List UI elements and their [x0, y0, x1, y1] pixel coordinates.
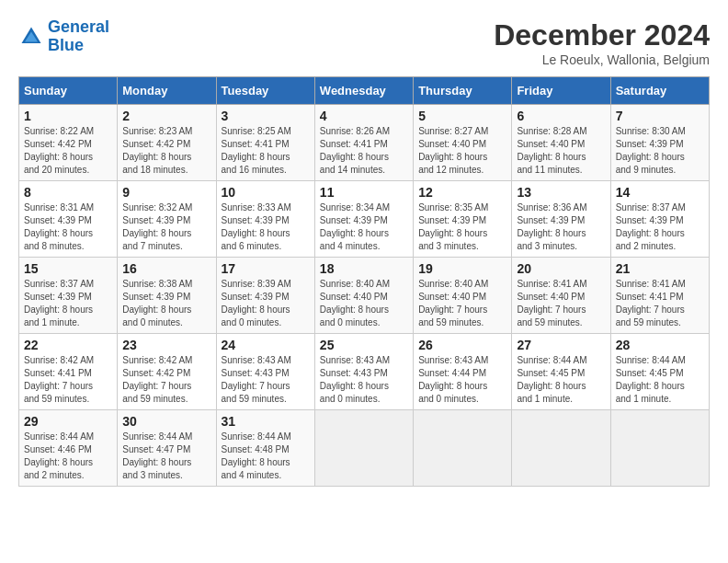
day-detail: Sunrise: 8:40 AM Sunset: 4:40 PM Dayligh… — [418, 278, 506, 329]
day-detail: Sunrise: 8:27 AM Sunset: 4:40 PM Dayligh… — [418, 125, 506, 177]
day-number: 23 — [122, 338, 210, 352]
day-detail: Sunrise: 8:30 AM Sunset: 4:39 PM Dayligh… — [616, 125, 704, 177]
day-detail: Sunrise: 8:25 AM Sunset: 4:41 PM Dayligh… — [222, 125, 310, 177]
location-subtitle: Le Roeulx, Wallonia, Belgium — [494, 52, 710, 67]
week-row-3: 15Sunrise: 8:37 AM Sunset: 4:39 PM Dayli… — [19, 258, 710, 334]
day-detail: Sunrise: 8:42 AM Sunset: 4:42 PM Dayligh… — [122, 354, 210, 406]
day-cell: 12Sunrise: 8:35 AM Sunset: 4:39 PM Dayli… — [414, 181, 512, 258]
day-cell: 14Sunrise: 8:37 AM Sunset: 4:39 PM Dayli… — [610, 181, 709, 258]
day-detail: Sunrise: 8:31 AM Sunset: 4:39 PM Dayligh… — [24, 201, 112, 253]
day-cell — [512, 410, 610, 487]
day-number: 11 — [320, 185, 408, 200]
day-cell: 13Sunrise: 8:36 AM Sunset: 4:39 PM Dayli… — [512, 181, 610, 258]
logo-line2: Blue — [48, 36, 84, 54]
day-number: 12 — [418, 185, 506, 200]
day-detail: Sunrise: 8:41 AM Sunset: 4:40 PM Dayligh… — [517, 278, 605, 329]
day-number: 13 — [517, 185, 605, 200]
day-detail: Sunrise: 8:22 AM Sunset: 4:42 PM Dayligh… — [24, 125, 112, 177]
week-row-1: 1Sunrise: 8:22 AM Sunset: 4:42 PM Daylig… — [19, 105, 710, 181]
day-number: 24 — [222, 338, 310, 352]
day-cell: 21Sunrise: 8:41 AM Sunset: 4:41 PM Dayli… — [610, 258, 709, 334]
day-number: 14 — [616, 185, 704, 200]
logo-line1: General — [48, 17, 109, 36]
col-header-friday: Friday — [512, 77, 610, 105]
day-cell: 2Sunrise: 8:23 AM Sunset: 4:42 PM Daylig… — [118, 105, 216, 181]
day-number: 9 — [122, 185, 210, 200]
day-cell: 27Sunrise: 8:44 AM Sunset: 4:45 PM Dayli… — [512, 334, 610, 410]
day-detail: Sunrise: 8:37 AM Sunset: 4:39 PM Dayligh… — [616, 201, 704, 253]
day-number: 5 — [418, 109, 506, 123]
day-detail: Sunrise: 8:44 AM Sunset: 4:47 PM Dayligh… — [122, 431, 210, 482]
day-cell: 26Sunrise: 8:43 AM Sunset: 4:44 PM Dayli… — [414, 334, 512, 410]
day-detail: Sunrise: 8:43 AM Sunset: 4:43 PM Dayligh… — [320, 354, 408, 406]
day-detail: Sunrise: 8:43 AM Sunset: 4:43 PM Dayligh… — [222, 354, 310, 406]
day-cell: 6Sunrise: 8:28 AM Sunset: 4:40 PM Daylig… — [512, 105, 610, 181]
day-cell: 11Sunrise: 8:34 AM Sunset: 4:39 PM Dayli… — [314, 181, 413, 258]
day-number: 19 — [418, 261, 506, 276]
day-cell: 15Sunrise: 8:37 AM Sunset: 4:39 PM Dayli… — [19, 258, 118, 334]
week-row-4: 22Sunrise: 8:42 AM Sunset: 4:41 PM Dayli… — [19, 334, 710, 410]
day-cell: 5Sunrise: 8:27 AM Sunset: 4:40 PM Daylig… — [414, 105, 512, 181]
day-detail: Sunrise: 8:34 AM Sunset: 4:39 PM Dayligh… — [320, 201, 408, 253]
day-number: 18 — [320, 261, 408, 276]
day-number: 31 — [222, 414, 310, 429]
day-cell: 23Sunrise: 8:42 AM Sunset: 4:42 PM Dayli… — [118, 334, 216, 410]
day-detail: Sunrise: 8:28 AM Sunset: 4:40 PM Dayligh… — [517, 125, 605, 177]
logo-icon — [18, 24, 44, 50]
day-detail: Sunrise: 8:39 AM Sunset: 4:39 PM Dayligh… — [222, 278, 310, 329]
col-header-saturday: Saturday — [610, 77, 709, 105]
day-cell — [414, 410, 512, 487]
day-number: 17 — [222, 261, 310, 276]
week-row-2: 8Sunrise: 8:31 AM Sunset: 4:39 PM Daylig… — [19, 181, 710, 258]
day-cell — [610, 410, 709, 487]
day-detail: Sunrise: 8:44 AM Sunset: 4:48 PM Dayligh… — [222, 431, 310, 482]
day-cell: 18Sunrise: 8:40 AM Sunset: 4:40 PM Dayli… — [314, 258, 413, 334]
day-cell: 3Sunrise: 8:25 AM Sunset: 4:41 PM Daylig… — [216, 105, 314, 181]
day-detail: Sunrise: 8:26 AM Sunset: 4:41 PM Dayligh… — [320, 125, 408, 177]
day-cell: 19Sunrise: 8:40 AM Sunset: 4:40 PM Dayli… — [414, 258, 512, 334]
day-number: 4 — [320, 109, 408, 123]
day-detail: Sunrise: 8:33 AM Sunset: 4:39 PM Dayligh… — [222, 201, 310, 253]
day-cell: 9Sunrise: 8:32 AM Sunset: 4:39 PM Daylig… — [118, 181, 216, 258]
day-number: 26 — [418, 338, 506, 352]
day-cell: 31Sunrise: 8:44 AM Sunset: 4:48 PM Dayli… — [216, 410, 314, 487]
day-cell: 25Sunrise: 8:43 AM Sunset: 4:43 PM Dayli… — [314, 334, 413, 410]
day-number: 21 — [616, 261, 704, 276]
day-cell: 17Sunrise: 8:39 AM Sunset: 4:39 PM Dayli… — [216, 258, 314, 334]
col-header-tuesday: Tuesday — [216, 77, 314, 105]
day-detail: Sunrise: 8:23 AM Sunset: 4:42 PM Dayligh… — [122, 125, 210, 177]
month-title: December 2024 — [494, 18, 710, 52]
day-number: 2 — [122, 109, 210, 123]
day-detail: Sunrise: 8:36 AM Sunset: 4:39 PM Dayligh… — [517, 201, 605, 253]
day-detail: Sunrise: 8:44 AM Sunset: 4:46 PM Dayligh… — [24, 431, 112, 482]
day-cell: 22Sunrise: 8:42 AM Sunset: 4:41 PM Dayli… — [19, 334, 118, 410]
day-cell: 29Sunrise: 8:44 AM Sunset: 4:46 PM Dayli… — [19, 410, 118, 487]
day-number: 8 — [24, 185, 112, 200]
col-header-wednesday: Wednesday — [314, 77, 413, 105]
col-header-thursday: Thursday — [414, 77, 512, 105]
day-cell — [314, 410, 413, 487]
calendar-table: SundayMondayTuesdayWednesdayThursdayFrid… — [18, 76, 710, 487]
col-header-sunday: Sunday — [19, 77, 118, 105]
day-number: 22 — [24, 338, 112, 352]
header-row: SundayMondayTuesdayWednesdayThursdayFrid… — [19, 77, 710, 105]
day-number: 28 — [616, 338, 704, 352]
day-number: 15 — [24, 261, 112, 276]
day-detail: Sunrise: 8:41 AM Sunset: 4:41 PM Dayligh… — [616, 278, 704, 329]
day-number: 25 — [320, 338, 408, 352]
title-block: December 2024 Le Roeulx, Wallonia, Belgi… — [494, 18, 710, 67]
day-cell: 1Sunrise: 8:22 AM Sunset: 4:42 PM Daylig… — [19, 105, 118, 181]
day-number: 27 — [517, 338, 605, 352]
logo-text: General Blue — [48, 18, 109, 55]
day-number: 3 — [222, 109, 310, 123]
day-cell: 7Sunrise: 8:30 AM Sunset: 4:39 PM Daylig… — [610, 105, 709, 181]
day-number: 30 — [122, 414, 210, 429]
day-detail: Sunrise: 8:38 AM Sunset: 4:39 PM Dayligh… — [122, 278, 210, 329]
day-cell: 10Sunrise: 8:33 AM Sunset: 4:39 PM Dayli… — [216, 181, 314, 258]
day-number: 1 — [24, 109, 112, 123]
page-header: General Blue December 2024 Le Roeulx, Wa… — [18, 18, 710, 67]
day-number: 29 — [24, 414, 112, 429]
logo: General Blue — [18, 18, 109, 55]
day-cell: 16Sunrise: 8:38 AM Sunset: 4:39 PM Dayli… — [118, 258, 216, 334]
day-detail: Sunrise: 8:35 AM Sunset: 4:39 PM Dayligh… — [418, 201, 506, 253]
